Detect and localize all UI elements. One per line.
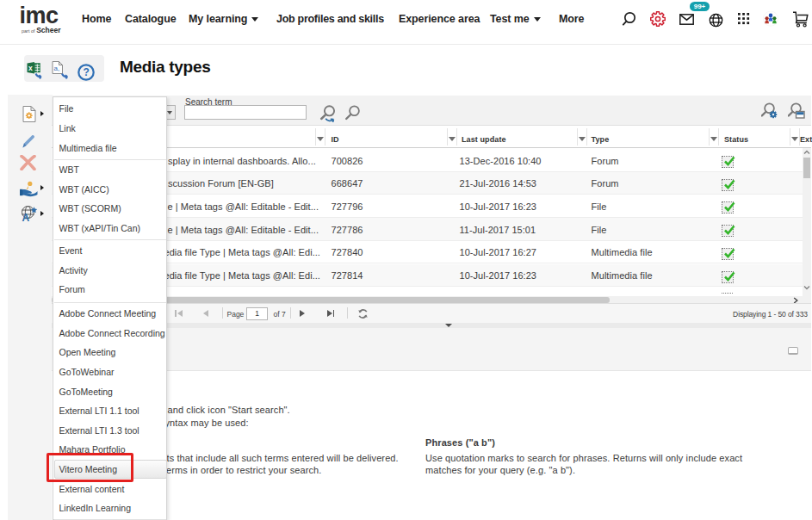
svg-text:?: ? — [84, 66, 90, 78]
svg-text:A: A — [22, 211, 30, 222]
svg-text:x: x — [28, 64, 33, 72]
svg-text:a,: a, — [54, 65, 60, 72]
